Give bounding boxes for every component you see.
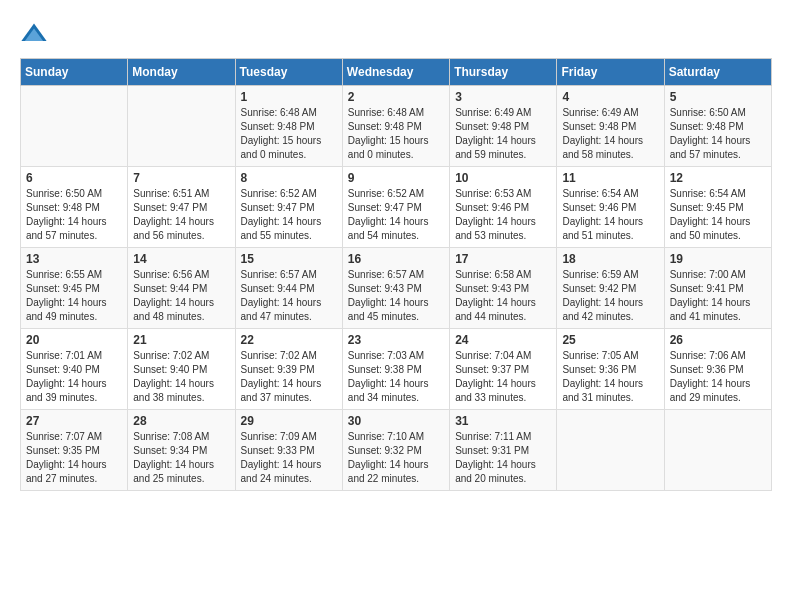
cell-content: Sunrise: 6:51 AM Sunset: 9:47 PM Dayligh…: [133, 187, 229, 243]
day-number: 21: [133, 333, 229, 347]
cell-content: Sunrise: 6:50 AM Sunset: 9:48 PM Dayligh…: [26, 187, 122, 243]
cell-content: Sunrise: 6:50 AM Sunset: 9:48 PM Dayligh…: [670, 106, 766, 162]
calendar-week-row: 6Sunrise: 6:50 AM Sunset: 9:48 PM Daylig…: [21, 167, 772, 248]
calendar-table: SundayMondayTuesdayWednesdayThursdayFrid…: [20, 58, 772, 491]
day-number: 19: [670, 252, 766, 266]
calendar-cell: 4Sunrise: 6:49 AM Sunset: 9:48 PM Daylig…: [557, 86, 664, 167]
day-number: 6: [26, 171, 122, 185]
day-number: 1: [241, 90, 337, 104]
calendar-cell: 9Sunrise: 6:52 AM Sunset: 9:47 PM Daylig…: [342, 167, 449, 248]
cell-content: Sunrise: 7:02 AM Sunset: 9:39 PM Dayligh…: [241, 349, 337, 405]
weekday-header: Thursday: [450, 59, 557, 86]
cell-content: Sunrise: 6:56 AM Sunset: 9:44 PM Dayligh…: [133, 268, 229, 324]
page-header: [20, 20, 772, 48]
day-number: 18: [562, 252, 658, 266]
day-number: 26: [670, 333, 766, 347]
weekday-header: Saturday: [664, 59, 771, 86]
day-number: 17: [455, 252, 551, 266]
cell-content: Sunrise: 7:07 AM Sunset: 9:35 PM Dayligh…: [26, 430, 122, 486]
day-number: 2: [348, 90, 444, 104]
calendar-cell: 8Sunrise: 6:52 AM Sunset: 9:47 PM Daylig…: [235, 167, 342, 248]
cell-content: Sunrise: 6:58 AM Sunset: 9:43 PM Dayligh…: [455, 268, 551, 324]
day-number: 15: [241, 252, 337, 266]
day-number: 3: [455, 90, 551, 104]
calendar-cell: 31Sunrise: 7:11 AM Sunset: 9:31 PM Dayli…: [450, 410, 557, 491]
cell-content: Sunrise: 6:59 AM Sunset: 9:42 PM Dayligh…: [562, 268, 658, 324]
logo: [20, 20, 52, 48]
day-number: 23: [348, 333, 444, 347]
cell-content: Sunrise: 7:01 AM Sunset: 9:40 PM Dayligh…: [26, 349, 122, 405]
calendar-cell: 19Sunrise: 7:00 AM Sunset: 9:41 PM Dayli…: [664, 248, 771, 329]
day-number: 12: [670, 171, 766, 185]
weekday-header: Tuesday: [235, 59, 342, 86]
calendar-cell: 13Sunrise: 6:55 AM Sunset: 9:45 PM Dayli…: [21, 248, 128, 329]
calendar-cell: 5Sunrise: 6:50 AM Sunset: 9:48 PM Daylig…: [664, 86, 771, 167]
calendar-cell: 30Sunrise: 7:10 AM Sunset: 9:32 PM Dayli…: [342, 410, 449, 491]
calendar-cell: 10Sunrise: 6:53 AM Sunset: 9:46 PM Dayli…: [450, 167, 557, 248]
calendar-cell: [664, 410, 771, 491]
day-number: 11: [562, 171, 658, 185]
cell-content: Sunrise: 6:48 AM Sunset: 9:48 PM Dayligh…: [348, 106, 444, 162]
day-number: 4: [562, 90, 658, 104]
calendar-week-row: 27Sunrise: 7:07 AM Sunset: 9:35 PM Dayli…: [21, 410, 772, 491]
calendar-cell: 1Sunrise: 6:48 AM Sunset: 9:48 PM Daylig…: [235, 86, 342, 167]
cell-content: Sunrise: 7:03 AM Sunset: 9:38 PM Dayligh…: [348, 349, 444, 405]
calendar-cell: 25Sunrise: 7:05 AM Sunset: 9:36 PM Dayli…: [557, 329, 664, 410]
cell-content: Sunrise: 6:52 AM Sunset: 9:47 PM Dayligh…: [348, 187, 444, 243]
cell-content: Sunrise: 6:48 AM Sunset: 9:48 PM Dayligh…: [241, 106, 337, 162]
cell-content: Sunrise: 7:10 AM Sunset: 9:32 PM Dayligh…: [348, 430, 444, 486]
cell-content: Sunrise: 7:02 AM Sunset: 9:40 PM Dayligh…: [133, 349, 229, 405]
calendar-cell: 15Sunrise: 6:57 AM Sunset: 9:44 PM Dayli…: [235, 248, 342, 329]
day-number: 20: [26, 333, 122, 347]
cell-content: Sunrise: 6:55 AM Sunset: 9:45 PM Dayligh…: [26, 268, 122, 324]
cell-content: Sunrise: 6:49 AM Sunset: 9:48 PM Dayligh…: [455, 106, 551, 162]
day-number: 9: [348, 171, 444, 185]
cell-content: Sunrise: 6:54 AM Sunset: 9:46 PM Dayligh…: [562, 187, 658, 243]
day-number: 8: [241, 171, 337, 185]
day-number: 29: [241, 414, 337, 428]
cell-content: Sunrise: 6:57 AM Sunset: 9:43 PM Dayligh…: [348, 268, 444, 324]
calendar-cell: 2Sunrise: 6:48 AM Sunset: 9:48 PM Daylig…: [342, 86, 449, 167]
calendar-week-row: 20Sunrise: 7:01 AM Sunset: 9:40 PM Dayli…: [21, 329, 772, 410]
cell-content: Sunrise: 6:54 AM Sunset: 9:45 PM Dayligh…: [670, 187, 766, 243]
cell-content: Sunrise: 7:08 AM Sunset: 9:34 PM Dayligh…: [133, 430, 229, 486]
cell-content: Sunrise: 6:52 AM Sunset: 9:47 PM Dayligh…: [241, 187, 337, 243]
day-number: 30: [348, 414, 444, 428]
day-number: 22: [241, 333, 337, 347]
cell-content: Sunrise: 7:04 AM Sunset: 9:37 PM Dayligh…: [455, 349, 551, 405]
day-number: 27: [26, 414, 122, 428]
weekday-header: Friday: [557, 59, 664, 86]
weekday-header: Monday: [128, 59, 235, 86]
calendar-cell: [128, 86, 235, 167]
cell-content: Sunrise: 7:09 AM Sunset: 9:33 PM Dayligh…: [241, 430, 337, 486]
calendar-cell: 24Sunrise: 7:04 AM Sunset: 9:37 PM Dayli…: [450, 329, 557, 410]
calendar-cell: 11Sunrise: 6:54 AM Sunset: 9:46 PM Dayli…: [557, 167, 664, 248]
cell-content: Sunrise: 6:57 AM Sunset: 9:44 PM Dayligh…: [241, 268, 337, 324]
cell-content: Sunrise: 6:49 AM Sunset: 9:48 PM Dayligh…: [562, 106, 658, 162]
day-number: 25: [562, 333, 658, 347]
calendar-cell: 29Sunrise: 7:09 AM Sunset: 9:33 PM Dayli…: [235, 410, 342, 491]
weekday-header: Sunday: [21, 59, 128, 86]
calendar-week-row: 13Sunrise: 6:55 AM Sunset: 9:45 PM Dayli…: [21, 248, 772, 329]
cell-content: Sunrise: 7:06 AM Sunset: 9:36 PM Dayligh…: [670, 349, 766, 405]
cell-content: Sunrise: 7:00 AM Sunset: 9:41 PM Dayligh…: [670, 268, 766, 324]
day-number: 7: [133, 171, 229, 185]
calendar-cell: 12Sunrise: 6:54 AM Sunset: 9:45 PM Dayli…: [664, 167, 771, 248]
calendar-cell: 7Sunrise: 6:51 AM Sunset: 9:47 PM Daylig…: [128, 167, 235, 248]
calendar-cell: 23Sunrise: 7:03 AM Sunset: 9:38 PM Dayli…: [342, 329, 449, 410]
day-number: 13: [26, 252, 122, 266]
day-number: 28: [133, 414, 229, 428]
calendar-cell: 16Sunrise: 6:57 AM Sunset: 9:43 PM Dayli…: [342, 248, 449, 329]
calendar-cell: 21Sunrise: 7:02 AM Sunset: 9:40 PM Dayli…: [128, 329, 235, 410]
cell-content: Sunrise: 7:05 AM Sunset: 9:36 PM Dayligh…: [562, 349, 658, 405]
calendar-week-row: 1Sunrise: 6:48 AM Sunset: 9:48 PM Daylig…: [21, 86, 772, 167]
weekday-header: Wednesday: [342, 59, 449, 86]
calendar-cell: 3Sunrise: 6:49 AM Sunset: 9:48 PM Daylig…: [450, 86, 557, 167]
calendar-cell: 6Sunrise: 6:50 AM Sunset: 9:48 PM Daylig…: [21, 167, 128, 248]
day-number: 5: [670, 90, 766, 104]
calendar-cell: 22Sunrise: 7:02 AM Sunset: 9:39 PM Dayli…: [235, 329, 342, 410]
day-number: 16: [348, 252, 444, 266]
calendar-cell: 27Sunrise: 7:07 AM Sunset: 9:35 PM Dayli…: [21, 410, 128, 491]
day-number: 24: [455, 333, 551, 347]
day-number: 14: [133, 252, 229, 266]
